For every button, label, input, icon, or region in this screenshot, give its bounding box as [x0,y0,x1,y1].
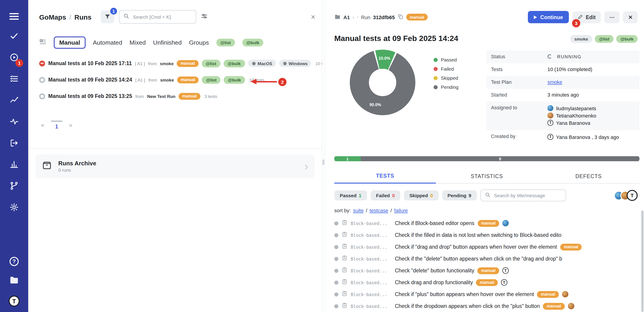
test-row[interactable]: Block-based... Check if the dropdown app… [325,300,644,312]
sidebar-item-activity[interactable] [10,117,19,128]
search-settings-button[interactable] [201,13,208,21]
test-title[interactable]: Check if Block-based editor opens [395,220,474,226]
test-suite: Block-based... [351,256,392,261]
crumb-suite[interactable]: A1 [344,14,350,20]
tab-statistics[interactable]: STATISTICS [436,170,538,183]
filter-pending[interactable]: Pending 9 [442,190,477,200]
test-suite: Block-based... [351,268,392,273]
creator: T Yana Baranova , 3 days ago [548,134,634,140]
copy-icon [398,14,404,21]
sidebar-item-test-cases[interactable] [10,74,19,85]
tests-search-input[interactable] [493,192,562,198]
sort-by-testcase[interactable]: testcase [370,208,388,213]
close-panel-button[interactable]: ✕ [310,14,316,20]
test-suite: Block-based... [351,292,392,297]
filter-button[interactable]: 1 [101,10,114,23]
run-source[interactable]: smoke [160,61,174,66]
filter-passed[interactable]: Passed 1 [334,190,367,200]
sidebar-item-runs[interactable]: 1 [10,53,19,63]
manual-badge: manual [476,279,498,286]
tag-list-badge: @list [202,76,221,84]
test-row[interactable]: Block-based... Check drag and drop funct… [325,276,644,288]
panel-scrollbar[interactable] [322,0,325,312]
filter-failed[interactable]: Failed 0 [370,190,400,200]
run-row[interactable]: Manual tests at 10 Feb 2025 17:11 [ A1 ]… [28,55,322,72]
sort-by-failure[interactable]: failure [394,208,408,213]
test-row[interactable]: Block-based... Check if the filled in da… [325,229,644,241]
help-button[interactable]: ? [10,257,19,266]
sidebar-item-reports[interactable] [10,160,19,170]
test-title[interactable]: Check if "drag and drop" button appears … [395,244,557,250]
detail-scrollbar-thumb[interactable] [641,210,644,312]
copy-run-id-button[interactable] [398,14,404,21]
run-row[interactable]: Manual tests at 09 Feb 2025 14:24 [ A1 ]… [28,72,322,88]
test-row[interactable]: Block-based... Check if Block-based edit… [325,217,644,229]
manual-badge: manual [543,303,564,310]
docs-button[interactable] [9,275,19,286]
run-detail-panel: A1 › • Run 312dfb65 manual Continue [325,0,644,312]
test-title[interactable]: Check if the dropdown appears when click… [395,303,540,309]
test-row[interactable]: Block-based... Check if the "delete" but… [325,253,644,265]
more-button[interactable]: ⋯ [604,11,620,23]
sidebar-item-test-runs[interactable] [10,138,19,149]
test-title[interactable]: Check if the "delete" button appears whe… [395,256,562,262]
tab-defects[interactable]: DEFECTS [538,170,640,183]
sidebar-item-settings[interactable] [10,203,19,213]
test-title[interactable]: Check drag and drop functionality [395,280,473,285]
sidebar-nav: 1 [10,32,19,213]
runs-archive-card[interactable]: Runs Archive 0 runs › [36,154,315,178]
sliders-icon [201,14,208,21]
tag-filter-bulk[interactable]: @bulk [242,39,264,46]
tab-groups[interactable]: Groups [189,39,209,46]
menu-button[interactable] [9,11,20,23]
tab-unfinished[interactable]: Unfinished [153,39,182,46]
sidebar-item-projects[interactable] [10,32,19,42]
scrollbar-thumb[interactable] [322,160,324,165]
test-row[interactable]: Block-based... Check "delete" button fun… [325,265,644,276]
search-input[interactable] [132,14,192,20]
annotation-circle-2: 2 [278,78,286,86]
test-plan-link[interactable]: smoke [548,79,562,85]
sidebar-item-integrations[interactable] [10,181,19,192]
info-row-created: Created by T Yana Baranova , 3 days ago [486,130,640,144]
user-avatar[interactable]: T [9,296,20,306]
tag-filter-list[interactable]: @list [216,39,235,46]
crumb-chevron: › [352,14,354,20]
breadcrumb-project[interactable]: GoMaps [39,13,66,21]
pagination-page-1[interactable]: 1 [55,121,58,129]
tab-automated[interactable]: Automated [93,39,122,46]
select-runs-button[interactable] [39,38,46,47]
test-title[interactable]: Check if "plus" button appears when hove… [395,292,534,297]
avatar: T [548,134,553,140]
test-row[interactable]: Block-based... Check if "plus" button ap… [325,288,644,300]
run-title[interactable]: Manual tests at 09 Feb 2025 14:24 [48,77,132,82]
sidebar-item-results[interactable] [10,96,19,106]
test-row[interactable]: Block-based... Check if "drag and drop" … [325,241,644,253]
tab-tests[interactable]: TESTS [334,170,436,184]
annotation-arrow-line [256,81,277,82]
assignee: T Yana Baranova [548,120,634,126]
pagination-prev[interactable]: « [41,122,44,128]
donut-passed-label: 10.0% [378,56,390,60]
tab-mixed[interactable]: Mixed [130,39,146,46]
run-title[interactable]: Manual tests at 10 Feb 2025 17:11 [48,60,132,66]
run-source[interactable]: New Test Run [147,94,175,98]
test-title[interactable]: Check if the filled in data is not lost … [395,232,561,238]
run-source[interactable]: smoke [160,77,174,82]
run-title[interactable]: Manual tests at 09 Feb 2025 13:25 [48,93,132,99]
test-suite: Block-based... [351,280,392,285]
sort-by-suite[interactable]: suite [353,208,364,213]
continue-button[interactable]: Continue [528,11,569,23]
crumb-run-label: Run [361,14,370,20]
untested-dot-icon [334,221,338,225]
run-row[interactable]: Manual tests at 09 Feb 2025 13:25 from N… [28,88,322,104]
detail-title-row: Manual tests at 09 Feb 2025 14:24 smoke … [325,23,644,43]
pagination-next[interactable]: » [69,122,72,128]
manual-badge: manual [478,267,499,274]
avatar [548,112,553,118]
test-title[interactable]: Check "delete" button functionality [395,268,474,273]
close-detail-button[interactable]: ✕ [623,11,638,23]
assignee-avatars[interactable]: T [614,190,640,201]
tab-manual[interactable]: Manual [54,36,86,49]
filter-skipped[interactable]: Skipped 0 [404,190,438,200]
